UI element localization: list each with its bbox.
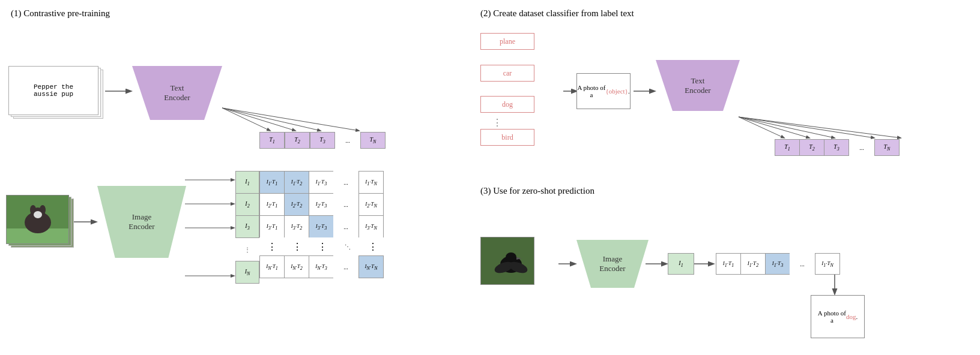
text-caption: Pepper the aussie pup (34, 83, 73, 98)
cell-n1: IN·T1 (259, 255, 285, 278)
svg-point-30 (506, 252, 516, 262)
in-label: IN (235, 261, 259, 284)
cell-11: I1·T1 (259, 171, 285, 194)
label-car: car (480, 65, 534, 82)
t3-header: T3 (310, 132, 335, 149)
i1-label: I1 (235, 171, 259, 194)
cell-1dots: ... (333, 171, 358, 194)
cell-nn: IN·TN (358, 255, 384, 278)
cell-2n: I2·TN (358, 193, 384, 216)
dog-svg (7, 195, 69, 244)
text-caption-stack: Pepper the aussie pup (8, 66, 103, 120)
svg-line-1 (222, 108, 270, 131)
t2-header: T2 (285, 132, 310, 149)
tn-header: TN (360, 132, 386, 149)
cell-22: I2·T2 (284, 193, 309, 216)
res-cell-12: I1·T2 (740, 253, 766, 275)
cell-d2: ⋮ (285, 237, 310, 255)
cell-d1: ⋮ (259, 237, 285, 255)
svg-line-12 (739, 117, 784, 138)
t2-3-header: T3 (824, 139, 849, 156)
clip-diagram: (1) Contrastive pre-training Pepper the … (0, 0, 980, 355)
svg-line-14 (739, 117, 835, 138)
cell-n3: IN·T3 (309, 255, 334, 278)
label-bird: bird (480, 129, 534, 146)
text-encoder-2: TextEncoder (656, 60, 740, 111)
t1-header: T1 (259, 132, 285, 149)
cell-2dots: ... (333, 193, 358, 216)
res-cell-11: I1·T1 (716, 253, 741, 275)
i1-box-s3: I1 (668, 253, 694, 275)
image-encoder-2: ImageEncoder (576, 240, 649, 288)
crow-svg (481, 237, 534, 285)
t2-2-header: T2 (799, 139, 824, 156)
svg-line-15 (739, 117, 874, 138)
cell-d3: ⋮ (310, 237, 335, 255)
cell-31: I3·T1 (259, 215, 285, 238)
res-cell-dots: ... (790, 253, 815, 275)
cell-n2: IN·T2 (284, 255, 309, 278)
i-dots-label: ⋮ (235, 238, 259, 261)
i2-label: I2 (235, 193, 259, 216)
cell-dn: ⋮ (360, 237, 386, 255)
svg-point-27 (34, 211, 42, 218)
result-dog-word: dog (846, 313, 856, 320)
res-cell-1n: I1·TN (815, 253, 840, 275)
label-plane: plane (480, 33, 534, 50)
cell-1n: I1·TN (358, 171, 384, 194)
section2-title: (2) Create dataset classifier from label… (480, 8, 634, 19)
label-dog: dog (480, 96, 534, 113)
t2-n-header: TN (874, 139, 900, 156)
matrix-body: I1·T1 I1·T2 I1·T3 ... I1·TN I2·T1 I2·T2 … (259, 171, 386, 278)
t2-headers: T1 T2 T3 ... TN (775, 139, 900, 156)
svg-line-2 (222, 108, 295, 131)
t2-dots-header: ... (849, 139, 874, 156)
section3-title: (3) Use for zero-shot prediction (480, 186, 594, 196)
result-row-s3: I1·T1 I1·T2 I1·T3 ... I1·TN (716, 253, 840, 275)
cell-32: I3·T2 (284, 215, 309, 238)
cell-dd: ⋱ (335, 237, 360, 255)
cell-ndots: ... (333, 255, 358, 278)
cell-12: I1·T2 (284, 171, 309, 194)
cell-23: I2·T3 (309, 193, 334, 216)
image-encoder-1: ImageEncoder (97, 186, 186, 258)
crow-image (480, 237, 534, 285)
i3-label: I3 (235, 215, 259, 238)
svg-line-4 (222, 108, 359, 131)
cell-33: I3·T3 (309, 215, 334, 238)
res-cell-13: I1·T3 (765, 253, 790, 275)
t-headers: T1 T2 T3 ... TN (259, 132, 386, 149)
dog-image-stack (6, 195, 75, 249)
cell-3dots: ... (333, 215, 358, 238)
cell-3n: I3·TN (358, 215, 384, 238)
cell-13: I1·T3 (309, 171, 334, 194)
section1-title: (1) Contrastive pre-training (11, 8, 110, 19)
t-dots-header: ... (335, 132, 360, 149)
result-box: A photo ofa dog. (811, 295, 865, 338)
svg-line-16 (739, 117, 901, 138)
cell-21: I2·T1 (259, 193, 285, 216)
t2-1-header: T1 (775, 139, 800, 156)
svg-line-3 (222, 108, 321, 131)
labels-dots: ⋮ (492, 117, 502, 128)
template-box: A photo ofa {object}. (576, 73, 631, 109)
i-labels: I1 I2 I3 ⋮ IN (235, 171, 259, 284)
svg-line-13 (739, 117, 809, 138)
text-encoder-1: TextEncoder (132, 66, 222, 120)
